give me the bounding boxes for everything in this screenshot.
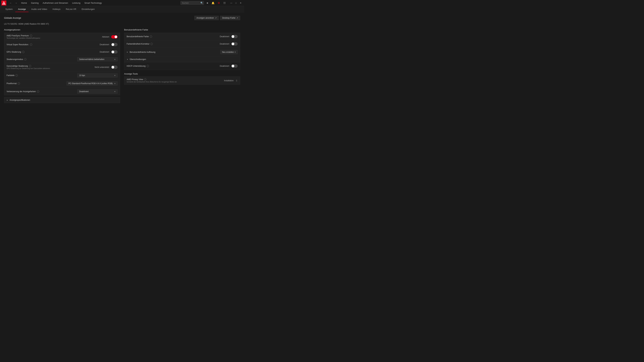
grid-button[interactable]: ☷	[222, 1, 227, 5]
pixelformat-dropdown[interactable]: PC-Standard-Pixelformat RGB 4:4:4 (volle…	[66, 81, 118, 85]
titlebar: ← → Home Gaming Aufnehmen und Streamen L…	[0, 0, 244, 6]
verbesserung-info-icon[interactable]: i	[37, 90, 39, 93]
tabs-bar: System Anzeige Audio und Video Hotkeys R…	[0, 6, 244, 12]
amd-privacy-view-info-icon[interactable]: i	[144, 78, 146, 81]
pixelformat-info-icon[interactable]: i	[18, 82, 20, 85]
settings-button[interactable]: ⚙	[216, 1, 221, 5]
vsr-value: Deaktiviert	[100, 43, 109, 46]
chevron-down-icon: ▼	[114, 58, 116, 60]
amd-logo	[1, 0, 6, 5]
forward-button[interactable]: →	[14, 1, 18, 5]
skalierungsmodus-info-icon[interactable]: i	[24, 58, 26, 60]
ganzzahlige-sublabel: GPU-Skalierung zur Skalierung von Ganzza…	[6, 67, 94, 69]
farbtiefe-dropdown[interactable]: 10 bpc ▼	[77, 73, 118, 77]
nav-smart-technology[interactable]: Smart Technology	[84, 2, 102, 4]
freesync-row: AMD FreeSync Premium i Technologie der v…	[4, 33, 120, 41]
desktop-color-label: Desktop-Farbe	[222, 17, 236, 19]
chevron-right-icon: ►	[6, 99, 8, 101]
farbenblindheit-value: Deaktiviert	[220, 43, 229, 45]
nav-aufnehmen[interactable]: Aufnehmen und Streamen	[42, 2, 68, 4]
ganzzahlige-value: Nicht unterstützt	[94, 66, 109, 68]
tab-einstellungen[interactable]: Einstellungen	[79, 6, 98, 12]
nav-leistung[interactable]: Leistung	[72, 2, 80, 4]
vsr-row: Virtual Super Resolution: i Deaktiviert	[4, 41, 120, 48]
uberschreibungen-expand[interactable]: ▼ Überschreibungen	[124, 56, 240, 62]
ganzzahlige-info-icon[interactable]: i	[29, 65, 31, 67]
desktop-color-button[interactable]: Desktop-Farbe ↗	[220, 16, 240, 20]
skalierungsmodus-dropdown[interactable]: Seitenverhältnis beibehalten ▼	[77, 57, 118, 61]
gpu-skalierung-label: GPU-Skalierung	[6, 51, 21, 53]
arrange-label: Anzeigen anordnen	[196, 17, 214, 19]
verbesserung-dropdown[interactable]: Deaktiviert ▼	[77, 89, 118, 93]
skalierungsmodus-dropdown-value: Seitenverhältnis beibehalten	[79, 58, 104, 60]
external-link-icon2: ↗	[236, 17, 238, 19]
verbesserung-row: Verbesserung der Anzeigefarben i Deaktiv…	[4, 88, 120, 95]
left-col-title: Anzeigeoptionen	[4, 28, 120, 31]
download-icon[interactable]: ⇩	[236, 79, 238, 82]
window-controls: — □ ✕	[229, 1, 243, 5]
anzeigespez-label: Anzeigespezifikationen	[10, 99, 30, 101]
hdcp-value: Deaktiviert	[220, 65, 229, 67]
farbtiefe-group: Farbtiefe i 10 bpc ▼	[4, 71, 120, 79]
arrange-displays-button[interactable]: Anzeigen anordnen ↗	[194, 16, 219, 20]
gpu-skalierung-info-icon[interactable]: i	[22, 51, 24, 53]
verbesserung-value: Deaktiviert	[79, 90, 89, 93]
pixelformat-row: Pixelformat i PC-Standard-Pixelformat RG…	[4, 80, 120, 87]
anzeigespez-expand[interactable]: ► Anzeigespezifikationen	[4, 97, 120, 103]
gpu-skalierung-toggle[interactable]	[111, 50, 118, 54]
tab-audio-video[interactable]: Audio und Video	[28, 6, 50, 12]
back-button[interactable]: ←	[8, 1, 13, 5]
farbtiefe-info-icon[interactable]: i	[16, 74, 18, 77]
ganzzahlige-row: Ganzzahlige Skalierung i GPU-Skalierung …	[4, 63, 120, 71]
custom-resolution-expand[interactable]: ► Benutzerdefinierte Auflösung Neu erste…	[124, 48, 240, 56]
freesync-toggle[interactable]	[111, 35, 118, 38]
amd-privacy-view-label: AMD Privacy View	[126, 78, 143, 81]
vsr-info-icon[interactable]: i	[30, 43, 32, 46]
farbtiefe-row: Farbtiefe i 10 bpc ▼	[4, 72, 120, 79]
nav-home[interactable]: Home	[21, 2, 27, 4]
close-button[interactable]: ✕	[238, 1, 243, 5]
freesync-label: AMD FreeSync Premium	[6, 34, 29, 37]
pixelformat-value: PC-Standard-Pixelformat RGB 4:4:4 (volle…	[68, 82, 113, 85]
search-input[interactable]	[182, 2, 200, 4]
tab-system[interactable]: System	[3, 6, 15, 12]
gpu-skalierung-value: Deaktiviert	[100, 51, 109, 53]
farbtiefe-label: Farbtiefe	[6, 74, 14, 77]
ganzzahlige-toggle[interactable]	[111, 65, 118, 69]
pixelformat-group: Pixelformat i PC-Standard-Pixelformat RG…	[4, 80, 120, 87]
minimize-button[interactable]: —	[229, 1, 234, 5]
maximize-button[interactable]: □	[234, 1, 238, 5]
header-buttons: Anzeigen anordnen ↗ Desktop-Farbe ↗	[194, 16, 240, 20]
custom-color-group: Benutzerdefinierte Farbe i Deaktiviert F…	[124, 33, 240, 48]
tab-anzeige[interactable]: Anzeige	[15, 6, 28, 12]
anzeige-tools-title: Anzeige-Tools	[124, 72, 240, 75]
benutzerdefinierte-farbe-info-icon[interactable]: i	[150, 35, 152, 38]
freesync-info-icon[interactable]: i	[30, 34, 32, 37]
hdcp-info-icon[interactable]: i	[146, 65, 149, 67]
tab-relive-vr[interactable]: ReLive VR	[63, 6, 79, 12]
search-box[interactable]: 🔍	[180, 1, 204, 5]
nav-gaming[interactable]: Gaming	[31, 2, 39, 4]
uberschreibungen-label: Überschreibungen	[130, 58, 146, 60]
new-resolution-button[interactable]: Neu erstellen +	[220, 50, 238, 54]
monitor-label: LG TV SSCR2- HDMI (AMD Radeon RX 6900 XT…	[4, 23, 240, 25]
favorites-button[interactable]: ★	[205, 1, 210, 5]
benutzerdefinierte-farbe-toggle[interactable]	[231, 35, 238, 38]
columns: Anzeigeoptionen AMD FreeSync Premium i T…	[4, 28, 240, 103]
hdcp-toggle[interactable]	[231, 64, 238, 68]
custom-resolution-label: Benutzerdefinierte Auflösung	[130, 51, 155, 53]
titlebar-left: ← → Home Gaming Aufnehmen und Streamen L…	[1, 0, 102, 5]
svg-marker-0	[2, 2, 5, 4]
ganzzahlige-label: Ganzzahlige Skalierung	[6, 65, 28, 67]
tab-hotkeys[interactable]: Hotkeys	[50, 6, 63, 12]
benutzerdefinierte-farbe-row: Benutzerdefinierte Farbe i Deaktiviert	[124, 33, 240, 40]
farbenblindheit-label: Farbenblindheit-Korrektur	[126, 43, 150, 45]
main-nav: Home Gaming Aufnehmen und Streamen Leist…	[21, 2, 102, 4]
titlebar-right: 🔍 ★ 🔔 ⚙ ☷ — □ ✕	[180, 1, 243, 5]
vsr-toggle[interactable]	[111, 43, 118, 46]
farbenblindheit-info-icon[interactable]: i	[150, 43, 153, 45]
farbenblindheit-toggle[interactable]	[231, 42, 238, 45]
notifications-button[interactable]: 🔔	[211, 1, 215, 5]
gpu-skalierung-row: GPU-Skalierung i Deaktiviert	[4, 48, 120, 56]
freesync-value: Aktiviert	[102, 36, 109, 38]
